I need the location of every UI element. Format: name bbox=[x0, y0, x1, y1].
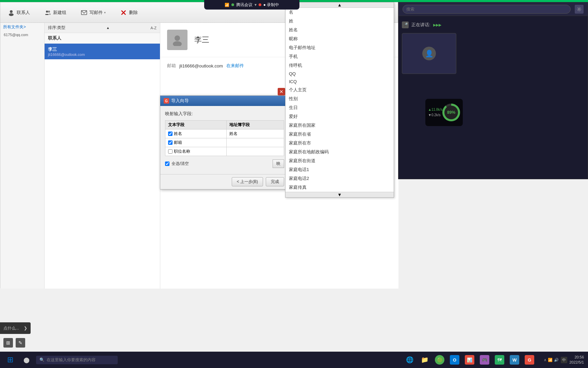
taskbar-date: 2022/5/1 bbox=[569, 360, 584, 365]
svg-point-0 bbox=[10, 10, 13, 13]
contact-name: 李三 bbox=[48, 46, 157, 52]
write-email-button[interactable]: 写邮件 ▾ bbox=[77, 7, 109, 18]
select-all-label: 全选/清空 bbox=[172, 161, 189, 167]
dropdown-item-手机[interactable]: 手机 bbox=[285, 52, 394, 61]
dropdown-scroll-up-arrow[interactable]: ▲ bbox=[285, 2, 394, 8]
dropdown-item-家庭所在国家[interactable]: 家庭所在国家 bbox=[285, 121, 394, 130]
taskbar-word-icon[interactable]: W bbox=[508, 353, 521, 367]
taskbar-green-app-icon[interactable]: 🟢 bbox=[433, 353, 446, 367]
dropdown-item-姓[interactable]: 姓 bbox=[285, 17, 394, 26]
dropdown-item-家庭电话1[interactable]: 家庭电话1 bbox=[285, 165, 394, 174]
map-button[interactable]: 映 bbox=[273, 159, 284, 168]
dropdown-item-家庭所在市[interactable]: 家庭所在市 bbox=[285, 139, 394, 148]
row3-checkbox[interactable] bbox=[168, 149, 173, 154]
edit-icon[interactable]: ✎ bbox=[16, 338, 25, 348]
tencent-meeting-panel: 🎤 正在讲话: ▶▶▶ 👤 bbox=[398, 2, 588, 179]
dropdown-item-个人主页[interactable]: 个人主页 bbox=[285, 86, 394, 94]
dropdown-item-家庭传真[interactable]: 家庭传真 bbox=[285, 183, 394, 192]
import-dialog-region-close[interactable]: ✕ bbox=[278, 88, 285, 95]
recording-icon bbox=[259, 3, 261, 6]
dropdown-item-姓名[interactable]: 姓名 bbox=[285, 26, 394, 34]
task-view-button[interactable]: ⬤ bbox=[20, 353, 33, 367]
new-group-button[interactable]: + 新建组 bbox=[40, 7, 70, 18]
dropdown-item-家庭所在省[interactable]: 家庭所在省 bbox=[285, 130, 394, 139]
tray-expand-icon[interactable]: ∧ bbox=[544, 358, 546, 362]
contacts-label: 联系人 bbox=[17, 10, 30, 16]
taskbar-map-icon[interactable]: 🗺 bbox=[493, 353, 506, 367]
email-action-link[interactable]: 在来邮件 bbox=[226, 63, 244, 69]
upload-speed: ▲11.8k/s bbox=[428, 107, 442, 112]
sidebar-expand-button[interactable]: 点什么... ❯ bbox=[0, 322, 31, 334]
svg-point-2 bbox=[46, 11, 48, 13]
folder-category[interactable]: 所有文件夹> bbox=[0, 23, 44, 31]
contact-email: jli16666@outlook.com bbox=[48, 52, 157, 57]
col-text-header: 文本字段 bbox=[165, 121, 227, 129]
contacts-button[interactable]: 联系人 bbox=[4, 7, 33, 18]
row1-map-cell: 姓名 bbox=[226, 129, 284, 138]
dropdown-item-昵称[interactable]: 昵称 bbox=[285, 34, 394, 43]
row1-text-label: 姓名 bbox=[174, 131, 182, 137]
taskbar-g-app-icon[interactable]: G bbox=[523, 353, 536, 367]
speaking-label: 正在讲话: bbox=[411, 22, 430, 28]
svg-rect-4 bbox=[45, 14, 49, 15]
import-wizard-dialog: G 导入向导 映射输入字段: 文本字段 地址簿字段 姓名 bbox=[160, 95, 289, 189]
taskbar-app-icons: 🌐 📁 🟢 O 📊 🎮 🗺 W G bbox=[399, 353, 540, 367]
battery-percentage: 89% bbox=[444, 106, 458, 119]
dropdown-item-性别[interactable]: 性别 bbox=[285, 94, 394, 103]
participant-search-input[interactable] bbox=[403, 5, 571, 14]
taskbar-outlook-icon[interactable]: O bbox=[448, 353, 461, 367]
download-speed: ▼0.2k/s bbox=[428, 112, 442, 118]
taskbar-analytics-icon[interactable]: 📊 bbox=[463, 353, 476, 367]
row2-map-cell bbox=[226, 138, 284, 147]
audio-wave-icon: ▶▶▶ bbox=[433, 23, 441, 27]
svg-point-11 bbox=[578, 8, 580, 10]
dropdown-item-爱好[interactable]: 爱好 bbox=[285, 112, 394, 121]
import-dialog-body: 映射输入字段: 文本字段 地址簿字段 姓名 姓名 bbox=[160, 106, 289, 174]
avatar bbox=[167, 30, 187, 50]
contact-section-header: 联系人 bbox=[45, 33, 160, 44]
taskbar-folder-icon[interactable]: 📁 bbox=[418, 353, 431, 367]
view-grid-icon[interactable]: ⊞ bbox=[3, 338, 13, 348]
speaking-indicator: 🎤 正在讲话: ▶▶▶ bbox=[402, 19, 584, 30]
dropdown-item-QQ[interactable]: QQ bbox=[285, 70, 394, 78]
taskbar-game-icon[interactable]: 🎮 bbox=[478, 353, 491, 367]
dropdown-item-家庭所在街道[interactable]: 家庭所在街道 bbox=[285, 156, 394, 165]
settings-button[interactable] bbox=[575, 5, 584, 14]
email-value: jli16666@outlook.com bbox=[179, 63, 223, 68]
dropdown-item-生日[interactable]: 生日 bbox=[285, 103, 394, 112]
row1-checkbox[interactable] bbox=[168, 132, 173, 136]
network-stats-widget: ▲11.8k/s ▼0.2k/s 89% bbox=[425, 99, 463, 126]
svg-point-9 bbox=[175, 35, 180, 41]
select-all-checkbox[interactable] bbox=[165, 162, 169, 166]
dropdown-item-电子邮件地址[interactable]: 电子邮件地址 bbox=[285, 43, 394, 52]
taskbar-browser-icon[interactable]: 🌐 bbox=[403, 353, 416, 367]
signal-icon: 📶 bbox=[225, 3, 229, 7]
contact-list-item[interactable]: 李三 jli16666@outlook.com bbox=[45, 44, 160, 59]
bottom-left-icons: ⊞ ✎ bbox=[3, 338, 25, 348]
dropdown-item-传呼机[interactable]: 传呼机 bbox=[285, 61, 394, 70]
finish-button[interactable]: 完成 bbox=[266, 177, 284, 186]
dropdown-item-家庭电话2[interactable]: 家庭电话2 bbox=[285, 174, 394, 183]
battery-circle: 89% bbox=[442, 104, 460, 121]
row2-checkbox[interactable] bbox=[168, 140, 173, 145]
write-dropdown-arrow: ▾ bbox=[104, 11, 106, 14]
detail-contact-name: 李三 bbox=[194, 35, 209, 45]
az-indicator: A-Z bbox=[150, 26, 157, 30]
participant-video-box: 👤 bbox=[402, 33, 456, 74]
back-button[interactable]: < 上一步(B) bbox=[232, 177, 263, 186]
recording-label: ● 录制中 bbox=[263, 2, 279, 8]
dropdown-item-家庭所在地邮政编码[interactable]: 家庭所在地邮政编码 bbox=[285, 148, 394, 156]
sort-label: 排序:类型 bbox=[48, 25, 65, 31]
delete-icon bbox=[119, 9, 128, 17]
right-panel-header bbox=[398, 2, 588, 16]
field-mapping-table: 文本字段 地址簿字段 姓名 姓名 bbox=[165, 120, 284, 156]
dropdown-item-ICQ[interactable]: ICQ bbox=[285, 78, 394, 86]
taskbar-search-bar[interactable]: 🔍 在这里输入你要搜索的内容 bbox=[36, 356, 118, 364]
network-tray-icon: 📶 bbox=[548, 358, 553, 362]
dropdown-scroll-down-arrow[interactable]: ▼ bbox=[285, 192, 394, 197]
start-button[interactable]: ⊞ bbox=[3, 353, 17, 367]
search-icon: 🔍 bbox=[39, 357, 45, 362]
import-dialog-title-bar: G 导入向导 bbox=[160, 96, 289, 106]
dropdown-item-名[interactable]: 名 bbox=[285, 8, 394, 17]
delete-button[interactable]: 删除 bbox=[116, 7, 141, 18]
